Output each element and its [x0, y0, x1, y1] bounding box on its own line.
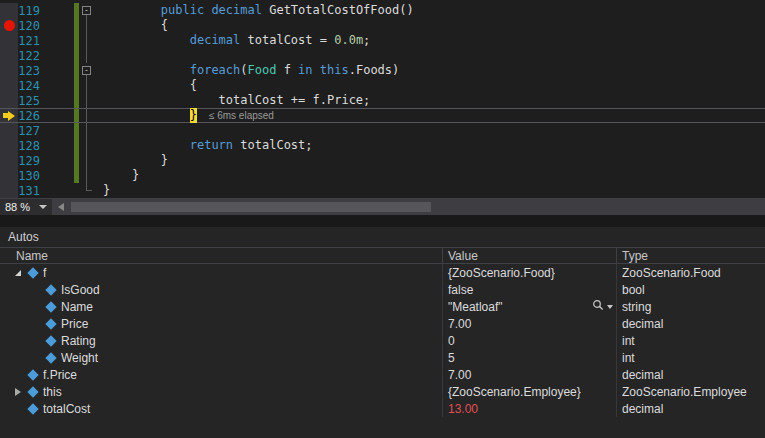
- row-name-cell[interactable]: Weight: [0, 349, 443, 366]
- row-name-cell[interactable]: Rating: [0, 332, 443, 349]
- outline-margin: [79, 33, 95, 48]
- code-line-128[interactable]: 128 return totalCost;: [0, 138, 765, 153]
- code-text[interactable]: }: [95, 183, 110, 198]
- code-line-122[interactable]: 122: [0, 48, 765, 63]
- line-number: 131: [18, 184, 44, 198]
- breakpoint-margin[interactable]: [0, 63, 18, 78]
- autos-row-totalCost[interactable]: totalCost13.00decimal: [0, 400, 765, 417]
- line-number: 119: [18, 4, 44, 18]
- code-text[interactable]: totalCost += f.Price;: [95, 93, 370, 108]
- row-value-cell[interactable]: {ZooScenario.Food}: [443, 264, 617, 281]
- selection-margin: [44, 93, 74, 108]
- variable-name: Name: [61, 300, 93, 314]
- breakpoint-margin[interactable]: [0, 153, 18, 168]
- chevron-down-icon: [39, 205, 47, 209]
- code-editor: 119- public decimal GetTotalCostOfFood()…: [0, 0, 765, 215]
- autos-rows: f{ZooScenario.Food}ZooScenario.FoodIsGoo…: [0, 264, 765, 417]
- breakpoint-margin[interactable]: [0, 183, 18, 198]
- code-text[interactable]: {: [95, 18, 168, 33]
- variable-type: ZooScenario.Food: [622, 266, 721, 280]
- collapse-toggle-icon[interactable]: -: [79, 3, 95, 18]
- breakpoint-margin[interactable]: [0, 78, 18, 93]
- variable-name: f.Price: [43, 368, 77, 382]
- column-header-type[interactable]: Type: [617, 248, 765, 263]
- panel-splitter[interactable]: [0, 215, 765, 227]
- autos-row-this[interactable]: this{ZooScenario.Employee}ZooScenario.Em…: [0, 383, 765, 400]
- column-header-name[interactable]: Name: [0, 248, 443, 263]
- code-lines[interactable]: 119- public decimal GetTotalCostOfFood()…: [0, 0, 765, 198]
- breakpoint-margin[interactable]: [0, 3, 18, 18]
- expander-collapsed-icon[interactable]: [10, 388, 26, 396]
- autos-panel: Autos Name Value Type f{ZooScenario.Food…: [0, 227, 765, 438]
- row-name-cell[interactable]: f: [0, 264, 443, 281]
- row-name-cell[interactable]: IsGood: [0, 281, 443, 298]
- magnifier-icon[interactable]: [592, 299, 604, 314]
- variable-type: string: [622, 300, 651, 314]
- zoom-dropdown[interactable]: 88 %: [0, 199, 52, 215]
- variable-name: this: [43, 385, 62, 399]
- variable-name: IsGood: [61, 283, 100, 297]
- code-line-124[interactable]: 124 {: [0, 78, 765, 93]
- row-name-cell[interactable]: totalCost: [0, 400, 443, 417]
- row-value-cell[interactable]: 0: [443, 332, 617, 349]
- breakpoint-margin[interactable]: [0, 138, 18, 153]
- autos-row-IsGood[interactable]: IsGoodfalsebool: [0, 281, 765, 298]
- row-value-cell[interactable]: false: [443, 281, 617, 298]
- row-value-cell[interactable]: "Meatloaf": [443, 298, 617, 315]
- outline-margin: [79, 168, 95, 183]
- code-line-119[interactable]: 119- public decimal GetTotalCostOfFood(): [0, 3, 765, 18]
- breakpoint-icon[interactable]: [0, 18, 18, 33]
- line-number: 126: [18, 109, 44, 123]
- variable-name: Weight: [61, 351, 98, 365]
- row-name-cell[interactable]: Name: [0, 298, 443, 315]
- column-header-value[interactable]: Value: [443, 248, 617, 263]
- code-text[interactable]: decimal totalCost = 0.0m;: [95, 33, 370, 48]
- row-value-cell[interactable]: 13.00: [443, 400, 617, 417]
- row-name-cell[interactable]: this: [0, 383, 443, 400]
- code-line-129[interactable]: 129 }: [0, 153, 765, 168]
- breakpoint-margin[interactable]: [0, 168, 18, 183]
- field-icon: [44, 286, 58, 294]
- autos-row-f[interactable]: f{ZooScenario.Food}ZooScenario.Food: [0, 264, 765, 281]
- autos-row-Rating[interactable]: Rating0int: [0, 332, 765, 349]
- code-line-120[interactable]: 120 {: [0, 18, 765, 33]
- code-text[interactable]: public decimal GetTotalCostOfFood(): [95, 3, 414, 18]
- row-value-cell[interactable]: 7.00: [443, 366, 617, 383]
- row-name-cell[interactable]: Price: [0, 315, 443, 332]
- expander-expanded-icon[interactable]: [10, 270, 26, 276]
- collapse-toggle-icon[interactable]: -: [79, 63, 95, 78]
- row-value-cell[interactable]: 5: [443, 349, 617, 366]
- scrollbar-thumb[interactable]: [71, 202, 431, 212]
- scroll-left-icon[interactable]: [53, 203, 69, 211]
- visualizer-dropdown-icon[interactable]: [607, 305, 613, 309]
- code-line-123[interactable]: 123- foreach(Food f in this.Foods): [0, 63, 765, 78]
- current-statement-arrow-icon[interactable]: [0, 109, 18, 122]
- perf-tip[interactable]: ≤ 6ms elapsed: [209, 110, 274, 121]
- line-number: 128: [18, 139, 44, 153]
- code-line-121[interactable]: 121 decimal totalCost = 0.0m;: [0, 33, 765, 48]
- code-line-130[interactable]: 130 }: [0, 168, 765, 183]
- row-value-cell[interactable]: 7.00: [443, 315, 617, 332]
- code-line-126[interactable]: 126 }≤ 6ms elapsed: [0, 108, 765, 123]
- row-name-cell[interactable]: f.Price: [0, 366, 443, 383]
- code-text[interactable]: return totalCost;: [95, 138, 313, 153]
- code-text[interactable]: }: [95, 168, 139, 183]
- autos-row-Price[interactable]: Price7.00decimal: [0, 315, 765, 332]
- code-text[interactable]: {: [95, 78, 197, 93]
- code-line-125[interactable]: 125 totalCost += f.Price;: [0, 93, 765, 108]
- autos-row-Weight[interactable]: Weight5int: [0, 349, 765, 366]
- line-number: 129: [18, 154, 44, 168]
- breakpoint-margin[interactable]: [0, 33, 18, 48]
- code-line-131[interactable]: 131}: [0, 183, 765, 198]
- breakpoint-margin[interactable]: [0, 123, 18, 138]
- horizontal-scrollbar[interactable]: [52, 199, 765, 215]
- breakpoint-margin[interactable]: [0, 48, 18, 63]
- code-text[interactable]: foreach(Food f in this.Foods): [95, 63, 399, 78]
- row-value-cell[interactable]: {ZooScenario.Employee}: [443, 383, 617, 400]
- code-line-127[interactable]: 127: [0, 123, 765, 138]
- breakpoint-margin[interactable]: [0, 93, 18, 108]
- autos-row-f.Price[interactable]: f.Price7.00decimal: [0, 366, 765, 383]
- autos-row-Name[interactable]: Name"Meatloaf"string: [0, 298, 765, 315]
- code-text[interactable]: }: [95, 153, 168, 168]
- code-text[interactable]: }≤ 6ms elapsed: [95, 108, 274, 123]
